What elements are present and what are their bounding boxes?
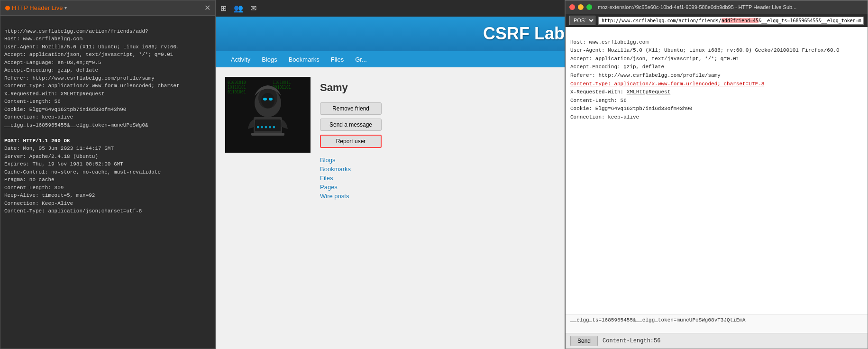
send-button[interactable]: Send (570, 336, 598, 346)
svg-rect-12 (251, 133, 284, 136)
token-text: __elgg_ts=1685965455&__elgg_token=muncUP… (570, 317, 746, 323)
nav-files[interactable]: Files (325, 51, 349, 68)
yellow-dot-icon[interactable] (578, 4, 584, 10)
nav-bookmarks[interactable]: Bookmarks (283, 51, 325, 68)
svg-text:01101001: 01101001 (228, 90, 246, 94)
profile-links: Blogs Bookmarks Files Pages Wire posts (320, 156, 382, 200)
close-icon[interactable]: ✕ (204, 3, 210, 12)
profile-link-wireposts[interactable]: Wire posts (320, 193, 382, 200)
panel-title-text: HTTP Header Live (12, 4, 63, 11)
profile-link-pages[interactable]: Pages (320, 184, 382, 191)
http-header-live-panel: HTTP Header Live ▾ ✕ http://www.csrflabe… (0, 0, 216, 349)
svg-text:■ ■ ■ ■ ■: ■ ■ ■ ■ ■ (257, 125, 275, 129)
message-icon[interactable]: ✉ (250, 4, 256, 13)
sub-panel-title: moz-extension://9c65e60c-10bd-4af1-9099-… (598, 4, 864, 10)
profile-name: Samy (320, 82, 382, 94)
report-user-button[interactable]: Report user (320, 135, 382, 148)
sub-panel-footer: Send Content-Length:56 (566, 333, 868, 349)
send-message-button[interactable]: Send a message (320, 119, 382, 131)
profile-info: Samy Remove friend Send a message Report… (320, 77, 382, 340)
profile-link-files[interactable]: Files (320, 174, 382, 182)
browser-icon-group: ⊞ 👥 ✉ (220, 4, 256, 13)
nav-activity[interactable]: Activity (225, 51, 256, 68)
panel-header: HTTP Header Live ▾ ✕ (0, 0, 215, 16)
sub-panel-urlbar: POST GET http://www.csrflabelgg.com/acti… (566, 14, 868, 27)
url-bar[interactable]: http://www.csrflabelgg.com/action/friend… (598, 17, 864, 25)
green-dot-icon[interactable] (586, 4, 592, 10)
profile-image: 01001010 10110101 01101001 11010011 0010… (225, 77, 311, 153)
svg-point-10 (269, 98, 273, 101)
svg-text:01001010: 01001010 (228, 81, 246, 85)
svg-point-9 (263, 98, 267, 101)
panel-title: HTTP Header Live ▾ (5, 4, 67, 11)
http-content-area: http://www.csrflabelgg.com/action/friend… (0, 16, 215, 349)
puzzle-icon[interactable]: ⊞ (220, 4, 227, 13)
nav-more[interactable]: Gr... (349, 51, 373, 68)
remove-friend-button[interactable]: Remove friend (320, 102, 382, 115)
url-prefix: http://www.csrflabelgg.com/action/friend… (602, 18, 722, 23)
svg-text:10110101: 10110101 (228, 85, 246, 90)
svg-text:11010011: 11010011 (273, 81, 291, 85)
method-select[interactable]: POST GET (569, 16, 595, 25)
content-length-label: Content-Length:56 (603, 338, 660, 344)
svg-point-8 (261, 93, 274, 108)
nav-blogs[interactable]: Blogs (256, 51, 283, 68)
orange-dot-icon (5, 6, 10, 10)
profile-link-blogs[interactable]: Blogs (320, 156, 382, 164)
people-icon[interactable]: 👥 (234, 4, 243, 13)
url-highlight: add?friend=45 (722, 18, 758, 23)
profile-section: 01001010 10110101 01101001 11010011 0010… (225, 77, 382, 340)
token-area: __elgg_ts=1685965455&__elgg_token=muncUP… (566, 314, 868, 333)
profile-link-bookmarks[interactable]: Bookmarks (320, 165, 382, 173)
http-sub-panel: moz-extension://9c65e60c-10bd-4af1-9099-… (565, 0, 868, 349)
sub-panel-content: Host: www.csrflabelgg.com User-Agent: Mo… (566, 27, 868, 314)
url-suffix: &__elgg_ts=1685965455&__elgg_token=m (758, 18, 861, 23)
red-dot-icon[interactable] (569, 4, 575, 10)
sub-panel-topbar: moz-extension://9c65e60c-10bd-4af1-9099-… (566, 0, 868, 14)
chevron-icon: ▾ (64, 5, 67, 10)
main-browser: ⊞ 👥 ✉ Account » CSRF Lab Site Activity B… (216, 0, 868, 349)
